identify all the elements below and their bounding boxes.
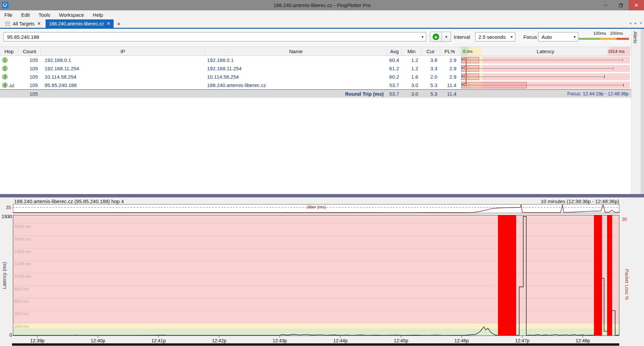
target-combobox[interactable]: ▼ [3, 32, 426, 41]
graph-time-range: 10 minutes (12:38:36p - 12:48:36p) [541, 198, 619, 204]
col-header-avg[interactable]: Avg [387, 47, 402, 56]
hop-ip: 95.85.240.188 [41, 82, 205, 88]
hop-number-badge: 2 [2, 66, 8, 71]
timeline-graph[interactable]: 35 Jitter (ms) 1800 ms1600 ms1400 ms1200… [0, 204, 644, 346]
interval-select[interactable]: 2.5 seconds ▼ [475, 32, 515, 41]
tab-close-icon[interactable]: ✕ [37, 21, 41, 26]
current-latency-marker [464, 83, 467, 86]
latency-axis-min: 0 [9, 332, 12, 338]
col-header-name[interactable]: Name [205, 47, 387, 56]
select-dropdown-icon: ▼ [508, 35, 515, 39]
hop-latency-graph-cell[interactable]: < [461, 56, 630, 64]
jitter-axis-max: 35 [6, 205, 11, 210]
table-row-hop-4[interactable]: 410595.85.240.188188.240.artemis-liberec… [0, 81, 631, 89]
packet-loss-bar [594, 215, 602, 336]
vertical-scrollbar[interactable] [641, 29, 644, 194]
hop-latency-graph-cell[interactable]: < [461, 81, 630, 89]
hop-number-badge: 3 [2, 74, 8, 80]
hop-name: 10.114.58.254 [205, 74, 387, 80]
new-tab-button[interactable]: + [114, 20, 124, 28]
focus-select[interactable]: Auto ▼ [538, 32, 578, 41]
band-green [13, 329, 619, 336]
hop-latency-graph-cell[interactable]: < [461, 73, 630, 81]
close-button[interactable]: ✕ [629, 0, 644, 10]
tab-scroll-left-icon[interactable]: ◂ [629, 21, 631, 25]
menu-item-help[interactable]: Help [88, 10, 108, 19]
latency-min-arrow-icon: < [461, 82, 464, 87]
summary-avg: 53.7 [387, 91, 402, 97]
menu-item-edit[interactable]: Edit [17, 10, 34, 19]
tab-scroll-controls[interactable]: ◂ ▸ ▾ [629, 21, 642, 25]
legend-200ms-label: 200ms [608, 31, 625, 36]
packet-loss-bar [498, 215, 516, 336]
panel-splitter[interactable] [0, 194, 644, 197]
hop-packet-loss: 11.4 [440, 82, 459, 88]
col-header-ip[interactable]: IP [41, 47, 205, 56]
x-tick-label: 12:43p [273, 338, 287, 343]
latency-max-tick [613, 67, 614, 70]
alerts-rail: Alerts [631, 29, 644, 194]
hop-min: 3.0 [402, 82, 421, 88]
hop-packet-loss: 2.9 [440, 74, 459, 80]
select-dropdown-icon: ▼ [571, 35, 578, 39]
table-row-hop-2[interactable]: 2105192.168.11.254192.168.11.25461.21.23… [0, 64, 631, 73]
target-input[interactable] [4, 34, 419, 40]
timeline-scrollbar[interactable] [12, 343, 619, 346]
round-trip-row[interactable]: 105 Round Trip (ms) 53.7 3.0 5.3 11.4 Fo… [0, 89, 631, 98]
x-tick-label: 12:40p [91, 338, 105, 343]
graph-target-title: 188.240.artemis-liberec.cz (95.85.240.18… [14, 198, 124, 204]
hop-cur: 5.3 [421, 82, 440, 88]
x-tick-label: 12:45p [394, 338, 408, 343]
hop-cur: 3.8 [421, 57, 440, 63]
latency-max-tick [604, 75, 605, 78]
start-trace-button[interactable]: ▶ [430, 32, 442, 42]
restore-button[interactable] [613, 0, 629, 10]
col-header-latency[interactable]: 0 ms Latency 1914 ms [461, 47, 630, 56]
tab-list-dropdown-icon[interactable]: ▾ [640, 21, 642, 25]
hop-count: 105 [18, 82, 41, 88]
menu-item-workspace[interactable]: Workspace [55, 10, 88, 19]
hop-latency-graph-cell[interactable]: < [461, 64, 630, 73]
close-icon: ✕ [634, 2, 639, 8]
tab-close-icon[interactable]: ✕ [107, 21, 110, 26]
gridline-label: 1200 ms [14, 261, 31, 266]
latency-max-whisker [466, 77, 604, 77]
hop-avg: 61.2 [387, 66, 402, 71]
table-row-hop-1[interactable]: 1105192.168.0.1192.168.0.160.41.23.82.9< [0, 56, 631, 64]
col-header-min[interactable]: Min [402, 47, 421, 56]
combobox-dropdown-icon[interactable]: ▼ [419, 35, 426, 39]
hop-name: 192.168.11.254 [205, 66, 387, 71]
gridline-label: 1800 ms [14, 224, 31, 229]
latency-color-legend [579, 38, 629, 40]
start-options-dropdown[interactable]: ▼ [442, 32, 451, 42]
tab-bar: All Targets ✕ 188.240.artemis-liberec.cz… [0, 19, 644, 28]
latency-scale-min: 0 ms [463, 49, 472, 54]
minimize-button[interactable] [598, 0, 613, 10]
focus-range-text: Focus: 12:44:19p - 12:48:36p [461, 91, 630, 96]
col-header-pl[interactable]: PL% [440, 47, 459, 56]
hop-cur: 2.0 [421, 74, 440, 80]
tab-label: 188.240.artemis-liberec.cz [49, 21, 104, 26]
x-tick-label: 12:47p [515, 338, 529, 343]
col-header-hop[interactable]: Hop [0, 47, 18, 56]
tab-active-target[interactable]: 188.240.artemis-liberec.cz ✕ [46, 19, 114, 28]
menu-item-tools[interactable]: Tools [34, 10, 55, 19]
col-header-cur[interactable]: Cur [421, 47, 440, 56]
col-header-count[interactable]: Count [18, 47, 41, 56]
hop-min: 1.6 [402, 74, 421, 80]
restore-icon [619, 3, 623, 7]
alerts-tab[interactable]: Alerts [633, 31, 638, 44]
gridline-label: 400 ms [14, 311, 29, 316]
hop-name: 188.240.artemis-liberec.cz [205, 82, 387, 88]
table-row-hop-3[interactable]: 310510.114.58.25410.114.58.25460.21.62.0… [0, 73, 631, 81]
interval-label: Interval [454, 29, 470, 45]
tab-all-targets[interactable]: All Targets ✕ [2, 19, 44, 28]
hop-count: 105 [18, 57, 41, 63]
legend-100ms-label: 100ms [592, 31, 608, 36]
menu-item-file[interactable]: File [0, 10, 17, 19]
table-header-row: Hop Count IP Name Avg Min Cur PL% 0 ms L… [0, 47, 631, 56]
gridline-label: 200 ms [14, 324, 29, 329]
x-tick-label: 12:41p [151, 338, 166, 343]
tab-scroll-right-icon[interactable]: ▸ [635, 21, 637, 25]
latency-max-whisker [466, 68, 613, 69]
